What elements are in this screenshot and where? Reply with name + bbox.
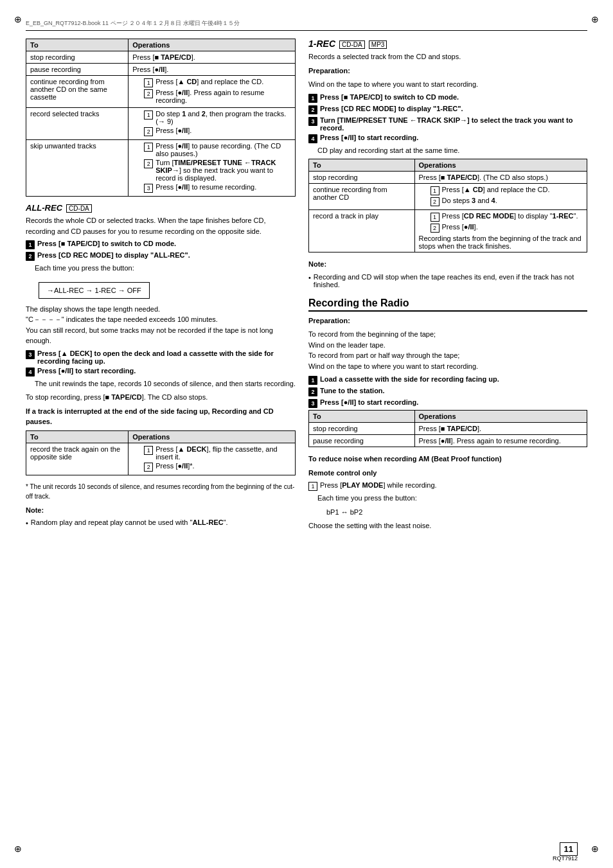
radio-ops-table: To Operations stop recording Press [■ TA…: [308, 410, 587, 447]
page: ⊕ ⊕ ⊕ ⊕ E_EB_GN_RQT7912-B.book 11 ページ ２０…: [0, 0, 613, 868]
all-rec-step2: 2 Press [CD REC MODE] to display "ALL-RE…: [26, 251, 296, 261]
row-to: continue recording from another CD: [309, 184, 415, 210]
table-row: pause recording Press [●/II]. Press agai…: [309, 435, 587, 447]
one-rec-ops-table: To Operations stop recording Press [■ TA…: [308, 159, 587, 252]
one-rec-step4: 4 Press [●/II] to start recording.: [308, 134, 587, 143]
table-row: pause recording Press [●/II].: [26, 64, 296, 76]
table-row: continue recording from another CD 1Pres…: [309, 184, 587, 210]
main-content: To Operations stop recording Press [■ TA…: [26, 39, 587, 535]
row-ops: Press [●/II]. Press again to resume reco…: [414, 435, 587, 447]
col-operations: Operations: [129, 39, 296, 51]
stop-note: To stop recording, press [■ TAPE/CD]. Th…: [26, 392, 296, 403]
row-to-record-track: record a track in play: [309, 210, 415, 252]
one-rec-step2: 2 Press [CD REC MODE] to display "1-REC"…: [308, 105, 587, 114]
row-ops: Press [●/II].: [129, 64, 296, 76]
row-ops: 1Press [▲ CD] and replace the CD. 2Press…: [129, 76, 296, 108]
bp-values: bP1 ↔ bP2: [326, 507, 587, 518]
rewind-note: The unit rewinds the tape, records 10 se…: [35, 378, 296, 389]
one-rec-step1: 1 Press [■ TAPE/CD] to switch to CD mode…: [308, 93, 587, 103]
col-to: To: [309, 159, 415, 172]
table-row: record the track again on the opposite s…: [26, 443, 296, 475]
note-bullet: • Recording and CD will stop when the ta…: [308, 273, 587, 288]
col-operations: Operations: [414, 411, 587, 423]
each-time-press: Each time you press the button:: [317, 493, 587, 504]
table-row: record selected tracks 1Do step 1 and 2,…: [26, 108, 296, 140]
all-rec-step4: 4 Press [●/II] to start recording.: [26, 367, 296, 376]
beat-proof-title: To reduce noise when recording AM (Beat …: [308, 454, 587, 465]
radio-step1: 1 Load a cassette with the side for reco…: [308, 375, 587, 385]
file-info: E_EB_GN_RQT7912-B.book 11 ページ ２０４年１２月８日 …: [26, 19, 240, 28]
corner-cross-tl: ⊕: [14, 14, 22, 24]
flip-col-ops: Operations: [129, 430, 296, 443]
one-rec-description: Records a selected track from the CD and…: [308, 51, 587, 62]
row-to: continue recording from another CD on th…: [26, 76, 129, 108]
radio-prep-text: To record from the beginning of the tape…: [308, 329, 587, 371]
all-rec-title: ALL-REC CD-DA: [26, 203, 296, 213]
row-ops: Press [■ TAPE/CD].: [129, 51, 296, 64]
row-ops: 1Press [▲ CD] and replace the CD. 2Do st…: [414, 184, 587, 210]
all-rec-step3: 3 Press [▲ DECK] to open the deck and lo…: [26, 350, 296, 365]
corner-cross-bl: ⊕: [14, 844, 22, 854]
beat-proof-step1: 1 Press [PLAY MODE] while recording.: [308, 481, 587, 491]
beat-proof-section: To reduce noise when recording AM (Beat …: [308, 454, 587, 531]
header-line: E_EB_GN_RQT7912-B.book 11 ページ ２０４年１２月８日 …: [26, 19, 587, 31]
row-to: pause recording: [26, 64, 129, 76]
page-number: 11: [560, 842, 578, 856]
one-rec-step3: 3 Turn [TIME/PRESET TUNE ←TRACK SKIP→] t…: [308, 116, 587, 132]
row-to-skip: skip unwanted tracks: [26, 140, 129, 197]
model-number: RQT7912: [553, 855, 578, 862]
row-to: record the track again on the opposite s…: [26, 443, 129, 475]
one-rec-prep-label: Preparation:: [308, 66, 587, 76]
row-ops-record-track: 1Press [CD REC MODE] to display "1-REC".…: [414, 210, 587, 252]
all-rec-step1: 1 Press [■ TAPE/CD] to switch to CD mode…: [26, 240, 296, 249]
corner-cross-tr: ⊕: [591, 14, 599, 24]
row-ops: Press [■ TAPE/CD]. (The CD also stops.): [414, 172, 587, 184]
row-ops: 1Do step 1 and 2, then program the track…: [129, 108, 296, 140]
table-row: stop recording Press [■ TAPE/CD].: [309, 423, 587, 435]
one-rec-title: 1-REC CD-DA MP3: [308, 39, 587, 49]
table-row: continue recording from another CD on th…: [26, 76, 296, 108]
all-rec-section: ALL-REC CD-DA Records the whole CD or se…: [26, 203, 296, 527]
col-operations: Operations: [414, 159, 587, 172]
recording-radio-section: Recording the Radio Preparation: To reco…: [308, 297, 587, 531]
one-rec-note: Note: • Recording and CD will stop when …: [308, 259, 587, 288]
row-to: stop recording: [309, 423, 415, 435]
recording-radio-heading: Recording the Radio: [308, 297, 587, 312]
corner-cross-br: ⊕: [591, 844, 599, 854]
one-rec-section: 1-REC CD-DA MP3 Records a selected track…: [308, 39, 587, 288]
display-box: →ALL-REC → 1-REC → OFF: [26, 277, 296, 304]
row-to: pause recording: [309, 435, 415, 447]
flip-footnote: * The unit records 10 seconds of silence…: [26, 482, 296, 501]
display-note: The display shows the tape length needed…: [26, 304, 296, 346]
page-number-box: 11: [560, 844, 578, 854]
least-noise-note: Choose the setting with the least noise.: [308, 520, 587, 531]
flip-col-to: To: [26, 430, 129, 443]
table-row: stop recording Press [■ TAPE/CD].: [26, 51, 296, 64]
all-rec-description: Records the whole CD or selected tracks.…: [26, 215, 296, 236]
row-to: stop recording: [26, 51, 129, 64]
row-ops-skip: 1Press [●/II] to pause recording. (The C…: [129, 140, 296, 197]
flip-table: To Operations record the track again on …: [26, 430, 296, 475]
left-column: To Operations stop recording Press [■ TA…: [26, 39, 296, 535]
row-to: record selected tracks: [26, 108, 129, 140]
one-rec-cd-play-note: CD play and recording start at the same …: [317, 145, 587, 156]
main-ops-table: To Operations stop recording Press [■ TA…: [26, 39, 296, 197]
col-to: To: [309, 411, 415, 423]
all-rec-note: Note: • Random play and repeat play cann…: [26, 505, 296, 527]
row-ops: Press [■ TAPE/CD].: [414, 423, 587, 435]
radio-step2: 2 Tune to the station.: [308, 387, 587, 396]
remote-only-title: Remote control only: [308, 468, 587, 479]
one-rec-prep-text: Wind on the tape to where you want to st…: [308, 79, 587, 90]
note-title: Note:: [26, 505, 296, 516]
radio-prep-label: Preparation:: [308, 315, 587, 326]
each-time-note: Each time you press the button:: [35, 263, 296, 274]
radio-step3: 3 Press [●/II] to start recording.: [308, 398, 587, 408]
track-interrupted-note: If a track is interrupted at the end of …: [26, 406, 296, 427]
col-to: To: [26, 39, 129, 51]
right-column: 1-REC CD-DA MP3 Records a selected track…: [308, 39, 587, 535]
note-bullet: • Random play and repeat play cannot be …: [26, 518, 296, 527]
table-row-record-track-play: record a track in play 1Press [CD REC MO…: [309, 210, 587, 252]
note-title: Note:: [308, 259, 587, 270]
row-ops: 1Press [▲ DECK], flip the cassette, and …: [129, 443, 296, 475]
table-row-skip-unwanted: skip unwanted tracks 1Press [●/II] to pa…: [26, 140, 296, 197]
